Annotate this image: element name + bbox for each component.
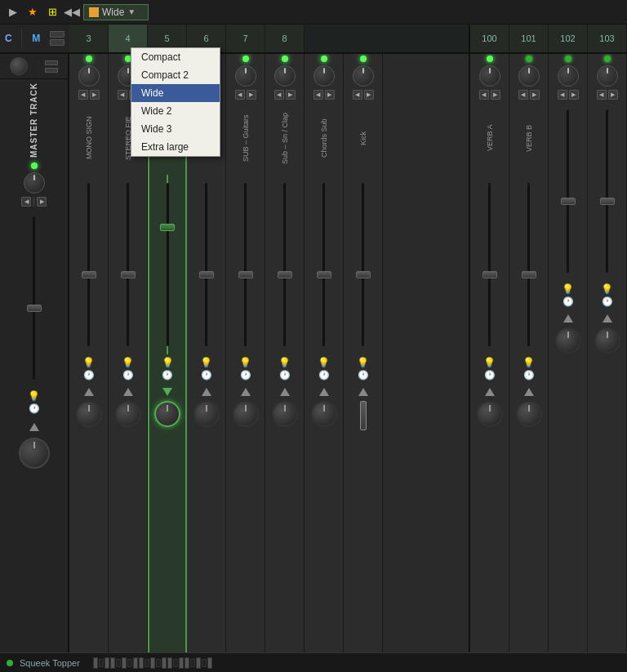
eq-icon[interactable] — [50, 31, 64, 38]
guitars-pan-l[interactable]: ◀ — [235, 90, 245, 100]
snclap-gain[interactable] — [274, 65, 296, 87]
snclap-clock[interactable]: 🕐 — [279, 370, 291, 381]
sub1-tri-down[interactable] — [162, 388, 172, 396]
eq-icon2[interactable] — [50, 39, 64, 46]
s102-pan-l[interactable]: ◀ — [558, 90, 567, 100]
sub2-fader-handle[interactable] — [199, 271, 214, 278]
snclap-pan-r[interactable]: ▶ — [286, 90, 296, 100]
sub2-tri[interactable] — [202, 388, 211, 396]
s102-fader-handle[interactable] — [561, 198, 576, 205]
snclap-fader-handle[interactable] — [278, 271, 292, 278]
sub1-send-knob[interactable] — [154, 401, 180, 427]
master-send-knob[interactable] — [19, 438, 50, 469]
chords-fader-handle[interactable] — [317, 271, 331, 278]
strip-header-7[interactable]: 7 — [226, 24, 265, 52]
c-label[interactable]: C — [5, 33, 12, 44]
chords-pan-l[interactable]: ◀ — [314, 90, 323, 100]
verba-pan-l[interactable]: ◀ — [479, 90, 489, 100]
verbb-gain[interactable] — [518, 65, 540, 87]
master-knob-1[interactable] — [10, 57, 28, 75]
sub2-lamp[interactable]: 💡 — [200, 357, 212, 368]
chords-clock[interactable]: 🕐 — [318, 370, 330, 381]
master-pan-left[interactable]: ◀ — [21, 197, 31, 207]
mono-clock[interactable]: 🕐 — [83, 370, 95, 381]
s102-lamp[interactable]: 💡 — [562, 283, 574, 295]
s102-gain[interactable] — [558, 65, 579, 87]
guitars-tri[interactable] — [241, 388, 251, 396]
stereo-lamp[interactable]: 💡 — [122, 357, 134, 368]
stereo-pan-l[interactable]: ◀ — [118, 90, 127, 100]
verba-fader-handle[interactable] — [482, 271, 497, 278]
kick-gain[interactable] — [353, 65, 374, 87]
master-fader-handle[interactable] — [27, 305, 42, 312]
dropdown-compact[interactable]: Compact — [131, 48, 220, 66]
sub1-fader-handle[interactable] — [160, 224, 175, 231]
stereo-send-knob[interactable] — [115, 401, 141, 427]
mono-pan-r[interactable]: ▶ — [90, 90, 100, 100]
chords-pan-r[interactable]: ▶ — [325, 90, 335, 100]
guitars-clock[interactable]: 🕐 — [240, 370, 251, 381]
strip-header-3[interactable]: 3 — [69, 24, 109, 52]
dropdown-wide2[interactable]: Wide 2 — [131, 102, 220, 120]
kick-fader-handle[interactable] — [356, 271, 371, 278]
dropdown-compact2[interactable]: Compact 2 — [131, 66, 220, 84]
strip-header-8[interactable]: 8 — [265, 24, 305, 52]
view-selector[interactable]: Wide ▼ — [83, 4, 149, 20]
guitars-pan-r[interactable]: ▶ — [247, 90, 256, 100]
master-eq-icon2[interactable] — [45, 68, 58, 73]
sub1-lamp[interactable]: 💡 — [162, 357, 174, 368]
chords-tri[interactable] — [319, 388, 329, 396]
s103-fader-handle[interactable] — [600, 198, 615, 205]
verba-clock[interactable]: 🕐 — [484, 370, 496, 381]
stereo-tri[interactable] — [123, 388, 133, 396]
stereo-clock[interactable]: 🕐 — [122, 370, 134, 381]
verba-gain[interactable] — [479, 65, 500, 87]
verbb-pan-l[interactable]: ◀ — [518, 90, 528, 100]
master-lamp-icon[interactable]: 💡 — [28, 390, 40, 402]
snclap-tri[interactable] — [280, 388, 290, 396]
kick-pan-l[interactable]: ◀ — [353, 90, 362, 100]
kick-tall-fader[interactable] — [360, 401, 367, 430]
verbb-tri[interactable] — [524, 388, 534, 396]
mono-pan-l[interactable]: ◀ — [78, 90, 88, 100]
guitars-fader-handle[interactable] — [238, 271, 253, 278]
chords-send-knob[interactable] — [311, 401, 337, 427]
s102-pan-r[interactable]: ▶ — [569, 90, 579, 100]
mono-sign-gain[interactable] — [78, 65, 100, 87]
s103-send-knob[interactable] — [594, 327, 620, 354]
skip-button[interactable]: ◀◀ — [64, 4, 80, 20]
snclap-lamp[interactable]: 💡 — [278, 357, 291, 368]
mono-tri[interactable] — [84, 388, 94, 396]
kick-pan-r[interactable]: ▶ — [364, 90, 374, 100]
master-pan-right[interactable]: ▶ — [37, 197, 47, 207]
s103-tri[interactable] — [603, 314, 612, 323]
master-gain-knob[interactable] — [24, 172, 45, 194]
mono-sign-fader-handle[interactable] — [82, 271, 96, 278]
s102-send-knob[interactable] — [555, 327, 581, 354]
s102-clock[interactable]: 🕐 — [563, 296, 574, 307]
s103-lamp[interactable]: 💡 — [601, 283, 613, 295]
sub2-clock[interactable]: 🕐 — [201, 370, 212, 381]
verba-pan-r[interactable]: ▶ — [491, 90, 500, 100]
guitars-send-knob[interactable] — [233, 401, 259, 427]
mono-send-knob[interactable] — [76, 401, 102, 427]
guitars-lamp[interactable]: 💡 — [239, 357, 251, 368]
kick-tri[interactable] — [358, 388, 368, 396]
verbb-fader-handle[interactable] — [522, 271, 536, 278]
dropdown-wide3[interactable]: Wide 3 — [131, 120, 220, 138]
orange-icon-button[interactable]: ★ — [24, 4, 41, 20]
sub1-clock[interactable]: 🕐 — [162, 370, 173, 381]
kick-lamp[interactable]: 💡 — [357, 357, 369, 368]
master-eq-icon[interactable] — [45, 60, 58, 65]
play-button[interactable]: ▶ — [5, 4, 21, 20]
s103-pan-l[interactable]: ◀ — [597, 90, 607, 100]
s103-clock[interactable]: 🕐 — [602, 296, 613, 307]
yellow-button[interactable]: ⊞ — [44, 4, 60, 20]
master-clock-icon[interactable]: 🕐 — [29, 403, 40, 414]
verba-tri[interactable] — [485, 388, 495, 396]
kick-clock[interactable]: 🕐 — [358, 370, 369, 381]
verbb-pan-r[interactable]: ▶ — [530, 90, 540, 100]
chords-gain[interactable] — [314, 65, 335, 87]
s103-pan-r[interactable]: ▶ — [608, 90, 618, 100]
mono-lamp[interactable]: 💡 — [82, 357, 95, 368]
